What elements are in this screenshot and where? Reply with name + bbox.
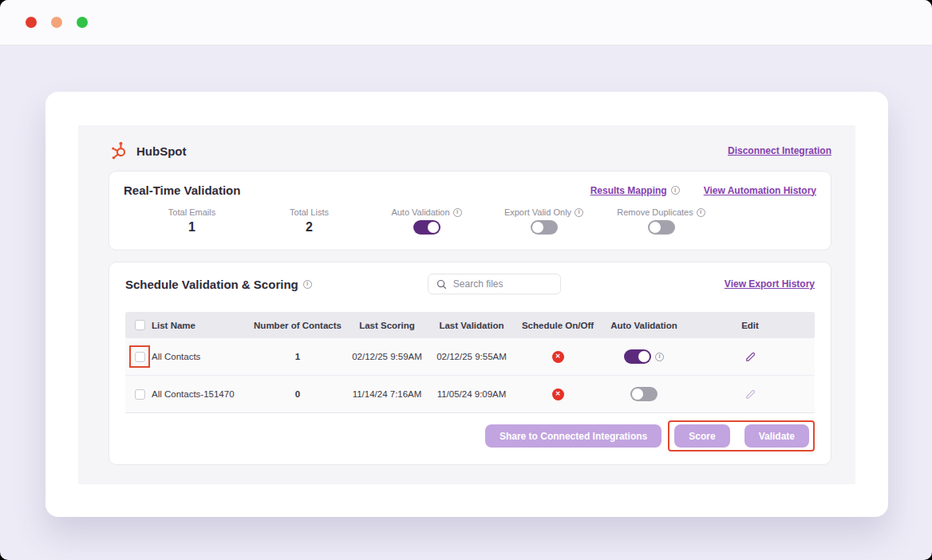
total-emails-stat: Total Emails 1: [133, 207, 251, 235]
view-export-history-link[interactable]: View Export History: [725, 278, 815, 290]
last-scoring-value: 02/12/25 9:59AM: [342, 352, 432, 361]
hubspot-logo-icon: [109, 140, 129, 161]
col-auto-validation: Auto Validation: [604, 321, 684, 330]
row-auto-validation-toggle[interactable]: [624, 349, 651, 364]
integration-title: HubSpot: [136, 144, 186, 158]
last-validation-value: 02/12/25 9:55AM: [432, 352, 511, 361]
table-header-row: List Name Number of Contacts Last Scorin…: [125, 312, 815, 338]
search-input[interactable]: [453, 278, 541, 290]
last-validation-value: 11/05/24 9:09AM: [432, 389, 511, 399]
contacts-count: 0: [253, 389, 342, 399]
integration-panel: HubSpot Disconnect Integration Real-Time…: [78, 125, 855, 484]
export-valid-only-label: Export Valid Only: [504, 207, 571, 217]
main-card: HubSpot Disconnect Integration Real-Time…: [45, 92, 888, 517]
schedule-off-icon[interactable]: [552, 351, 564, 363]
edit-pencil-icon[interactable]: [744, 351, 756, 363]
remove-duplicates-stat: Remove Duplicates: [602, 207, 720, 235]
hubspot-brand: HubSpot: [109, 140, 186, 161]
col-edit: Edit: [684, 321, 816, 330]
score-validate-annotation-highlight: Score Validate: [668, 420, 815, 452]
row-auto-validation-toggle[interactable]: [630, 387, 658, 401]
total-emails-label: Total Emails: [168, 207, 215, 217]
remove-duplicates-label: Remove Duplicates: [617, 207, 693, 217]
list-name: All Contacts-151470: [152, 389, 235, 399]
auto-validation-stat: Auto Validation: [368, 207, 485, 235]
app-window: HubSpot Disconnect Integration Real-Time…: [0, 0, 932, 560]
col-last-validation: Last Validation: [432, 321, 511, 330]
col-number-of-contacts: Number of Contacts: [253, 321, 342, 330]
realtime-validation-title: Real-Time Validation: [124, 183, 240, 197]
col-last-scoring: Last Scoring: [342, 321, 432, 330]
close-window-button[interactable]: [26, 17, 37, 28]
maximize-window-button[interactable]: [77, 17, 88, 28]
realtime-validation-card: Real-Time Validation Results Mapping Vie…: [109, 171, 831, 250]
export-valid-only-stat: Export Valid Only: [485, 207, 602, 235]
list-name: All Contacts: [152, 352, 200, 361]
edit-pencil-icon-disabled: [744, 388, 756, 400]
schedule-validation-card: Schedule Validation & Scoring View Expor…: [109, 262, 831, 465]
disconnect-integration-link[interactable]: Disconnect Integration: [728, 145, 831, 156]
total-lists-label: Total Lists: [290, 207, 329, 217]
remove-duplicates-toggle[interactable]: [648, 220, 675, 235]
last-scoring-value: 11/14/24 7:16AM: [342, 389, 432, 399]
schedule-validation-title: Schedule Validation & Scoring: [125, 278, 298, 291]
validate-button[interactable]: Validate: [744, 424, 809, 448]
window-titlebar: [0, 0, 932, 45]
lists-table: List Name Number of Contacts Last Scorin…: [125, 312, 815, 413]
search-box[interactable]: [428, 274, 561, 294]
auto-validation-info-icon[interactable]: [453, 208, 462, 217]
minimize-window-button[interactable]: [51, 17, 62, 28]
select-all-checkbox[interactable]: [135, 320, 145, 330]
auto-validation-toggle[interactable]: [413, 220, 440, 235]
total-lists-value: 2: [306, 220, 313, 235]
remove-duplicates-info-icon[interactable]: [697, 208, 705, 217]
share-to-connected-integrations-button[interactable]: Share to Connected Integrations: [485, 424, 661, 448]
row-auto-validation-info-icon[interactable]: [655, 353, 664, 361]
schedule-off-icon[interactable]: [552, 388, 564, 400]
export-valid-only-info-icon[interactable]: [575, 208, 583, 217]
table-row: All Contacts-151470 0 11/14/24 7:16AM 11…: [125, 376, 815, 413]
results-mapping-info-icon[interactable]: [671, 186, 680, 195]
table-row: All Contacts 1 02/12/25 9:59AM 02/12/25 …: [125, 338, 815, 376]
auto-validation-label: Auto Validation: [391, 207, 449, 217]
col-list-name: List Name: [152, 321, 195, 330]
results-mapping-link[interactable]: Results Mapping: [590, 185, 667, 196]
contacts-count: 1: [253, 352, 342, 361]
export-valid-only-toggle[interactable]: [531, 220, 558, 235]
col-schedule-on-off: Schedule On/Off: [511, 321, 604, 330]
score-button[interactable]: Score: [674, 424, 729, 448]
search-icon: [436, 279, 447, 290]
total-emails-value: 1: [188, 220, 195, 235]
schedule-validation-info-icon[interactable]: [303, 280, 312, 289]
total-lists-stat: Total Lists 2: [251, 207, 368, 235]
view-automation-history-link[interactable]: View Automation History: [704, 185, 816, 196]
row-checkbox[interactable]: [135, 352, 145, 362]
row-checkbox[interactable]: [135, 389, 145, 400]
